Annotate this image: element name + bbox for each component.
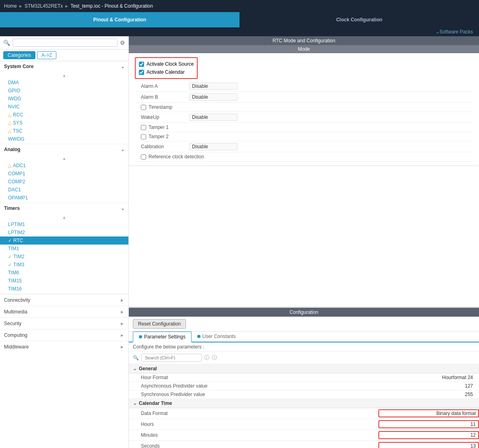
analog-items: ▲ △ ADC1 COMP1 COMP2 DAC1 OPAMP1	[0, 155, 128, 203]
tab-categories[interactable]: Categories	[3, 51, 35, 59]
sidebar-item-adc1[interactable]: △ ADC1	[0, 162, 128, 170]
section-analog-header[interactable]: Analog ⌄	[0, 144, 128, 155]
reset-config-button[interactable]: Reset Configuration	[133, 319, 186, 329]
sidebar-item-comp2[interactable]: COMP2	[0, 178, 128, 186]
timestamp-checkbox[interactable]	[141, 105, 146, 110]
alarm-b-value[interactable]: Disable	[189, 93, 237, 101]
config-section: Configuration Reset Configuration Parame…	[129, 307, 479, 448]
sidebar-item-tim16[interactable]: TIM16	[0, 285, 128, 293]
tamper2-checkbox[interactable]	[141, 134, 146, 139]
params-content: ⌄ General Hour Format Hourformat 24 Asyn…	[129, 364, 479, 448]
sidebar-item-lptim2[interactable]: LPTIM2	[0, 228, 128, 236]
check-circle-icon: ✓	[8, 238, 12, 243]
tab-az[interactable]: A->Z	[37, 51, 56, 59]
param-async-prediv-value[interactable]: 127	[378, 383, 479, 389]
group-calendar-time-header[interactable]: ⌄ Calendar Time	[129, 399, 479, 408]
mode-section: Activate Clock Source Activate Calendar …	[129, 53, 479, 166]
config-search-bar: 🔍 ⓘ ⓘ	[129, 352, 479, 364]
sidebar-item-opamp1[interactable]: OPAMP1	[0, 194, 128, 202]
sidebar-tabs: Categories A->Z	[0, 50, 128, 61]
param-data-format-value[interactable]: Binary data format	[378, 409, 479, 417]
tab-user-constants[interactable]: User Constants	[192, 332, 242, 342]
sidebar-item-tim1[interactable]: TIM1	[0, 245, 128, 253]
sidebar-item-tim15[interactable]: TIM15	[0, 277, 128, 285]
wakeup-value[interactable]: Disable	[189, 114, 237, 121]
sidebar-item-wwdg[interactable]: WWDG	[0, 135, 128, 143]
breadcrumb-file[interactable]: Test_temp.ioc - Pinout & Configuration	[70, 3, 153, 9]
section-timers: Timers ⌄ ▲ LPTIM1 LPTIM2 ✓ RTC TIM1	[0, 203, 128, 294]
section-analog: Analog ⌄ ▲ △ ADC1 COMP1 COMP2 DAC1	[0, 144, 128, 203]
info-icon-1[interactable]: ⓘ	[204, 354, 209, 361]
sidebar-item-rtc[interactable]: ✓ RTC	[0, 236, 128, 245]
sidebar-item-tim3[interactable]: ✓ TIM3	[0, 261, 128, 269]
sidebar-item-sys[interactable]: △ SYS	[0, 119, 128, 127]
calibration-value[interactable]: Disable	[189, 143, 237, 150]
param-async-prediv: Asynchronous Predivider value 127	[129, 382, 479, 390]
sidebar-item-tim2[interactable]: ✓ TIM2	[0, 253, 128, 261]
sidebar-item-gpio[interactable]: GPIO	[0, 87, 128, 95]
top-tabs: Pinout & Configuration Clock Configurati…	[0, 12, 479, 27]
section-computing[interactable]: Computing ►	[0, 329, 128, 341]
warning-icon: △	[8, 129, 11, 134]
mode-subsection-header: Mode	[129, 45, 479, 53]
section-middleware[interactable]: Middleware ►	[0, 341, 128, 353]
section-multimedia[interactable]: Multimedia ►	[0, 306, 128, 317]
tab-pinout[interactable]: Pinout & Configuration	[0, 12, 240, 27]
checkbox-activate-calendar: Activate Calendar	[139, 68, 194, 76]
breadcrumb-device[interactable]: STM32L452RETx	[25, 3, 63, 9]
sidebar-item-lptim1[interactable]: LPTIM1	[0, 220, 128, 228]
group-general-header[interactable]: ⌄ General	[129, 364, 479, 373]
section-timers-header[interactable]: Timers ⌄	[0, 203, 128, 214]
chevron-down-icon: ⌄	[133, 400, 137, 406]
tab-parameter-settings[interactable]: Parameter Settings	[133, 332, 192, 342]
activate-clock-checkbox[interactable]	[139, 62, 144, 67]
ref-clock-row: Reference clock detection	[135, 152, 473, 162]
sidebar-item-dac1[interactable]: DAC1	[0, 186, 128, 194]
sidebar-item-comp1[interactable]: COMP1	[0, 170, 128, 178]
sidebar-item-tsc[interactable]: △ TSC	[0, 127, 128, 135]
timers-items: ▲ LPTIM1 LPTIM2 ✓ RTC TIM1 ✓ TIM2	[0, 214, 128, 294]
section-system-core-header[interactable]: System Core ⌄	[0, 61, 128, 72]
config-section-header: Configuration	[129, 308, 479, 317]
gear-icon[interactable]: ⚙	[120, 39, 125, 46]
dot-icon	[197, 335, 200, 338]
tamper1-checkbox[interactable]	[141, 125, 146, 130]
ref-clock-checkbox[interactable]	[141, 154, 146, 160]
chevron-down-icon: ⌄	[121, 147, 124, 152]
param-seconds-value[interactable]: 13	[378, 442, 479, 448]
section-connectivity[interactable]: Connectivity ►	[0, 294, 128, 306]
warning-icon: △	[8, 112, 11, 118]
tab-clock[interactable]: Clock Configuration	[240, 12, 479, 27]
chevron-down-icon: ⌄	[121, 64, 124, 69]
search-input[interactable]	[12, 39, 118, 47]
system-core-items: ▲ DMA GPIO IWDG NVIC △ RCC △	[0, 72, 128, 144]
breadcrumb-arrow-2: ►	[64, 4, 69, 8]
sidebar-item-iwdg[interactable]: IWDG	[0, 95, 128, 103]
breadcrumb-home[interactable]: Home	[4, 3, 17, 9]
software-packs-label[interactable]: Software Packs	[440, 29, 473, 35]
sidebar-item-tim6[interactable]: TIM6	[0, 269, 128, 277]
param-minutes: Minutes 12	[129, 430, 479, 441]
alarm-a-value[interactable]: Disable	[189, 83, 237, 90]
config-search-input[interactable]	[141, 354, 202, 362]
param-data-format: Data Format Binary data format	[129, 408, 479, 419]
alarm-a-row: Alarm A Disable	[135, 81, 473, 92]
sidebar-item-nvic[interactable]: NVIC	[0, 103, 128, 111]
param-minutes-value[interactable]: 12	[378, 431, 479, 439]
info-icon-2[interactable]: ⓘ	[212, 354, 217, 361]
chevron-right-icon: ►	[120, 333, 124, 338]
breadcrumb: Home ► STM32L452RETx ► Test_temp.ioc - P…	[0, 0, 479, 12]
param-hour-format-value[interactable]: Hourformat 24	[378, 375, 479, 380]
section-system-core: System Core ⌄ ▲ DMA GPIO IWDG NVIC △	[0, 61, 128, 144]
software-packs-bar: ⌄ Software Packs	[0, 27, 479, 36]
param-sync-prediv-value[interactable]: 255	[378, 392, 479, 397]
section-security[interactable]: Security ►	[0, 317, 128, 329]
sidebar-item-dma[interactable]: DMA	[0, 79, 128, 87]
dot-icon	[139, 335, 142, 338]
sidebar-item-rcc[interactable]: △ RCC	[0, 111, 128, 119]
search-icon: 🔍	[3, 39, 10, 46]
check-icon: ✓	[8, 262, 12, 268]
right-panel: RTC Mode and Configuration Mode Activate…	[129, 36, 479, 448]
param-hours-value[interactable]: 11	[378, 420, 479, 428]
activate-calendar-checkbox[interactable]	[139, 70, 144, 75]
